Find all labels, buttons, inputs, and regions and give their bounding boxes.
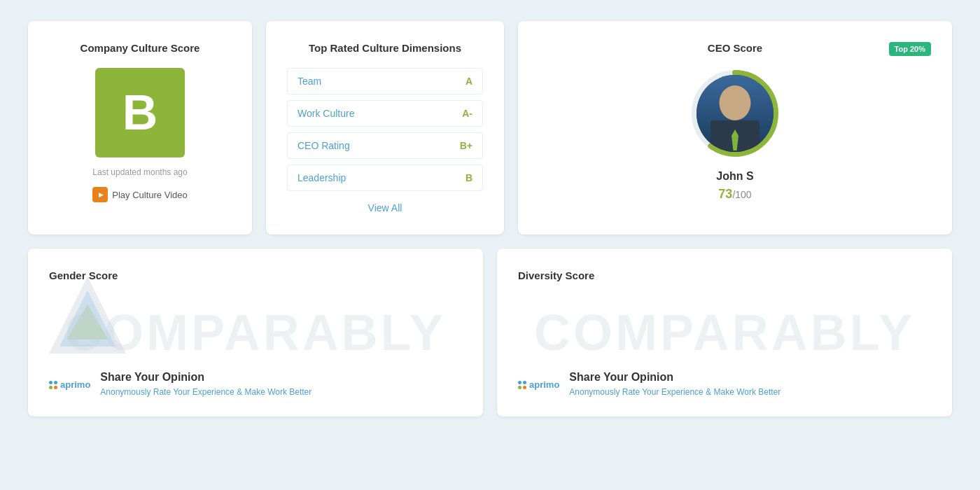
dot-5 (518, 381, 522, 384)
dimension-grade-leadership: B (465, 172, 472, 183)
aprimo-text-gender: aprimo (60, 379, 90, 390)
dot-4 (54, 386, 57, 389)
ceo-silhouette (696, 75, 774, 152)
aprimo-dots-gender (49, 381, 57, 389)
gender-opinion-subtitle: Anonymously Rate Your Experience & Make … (100, 386, 312, 398)
aprimo-logo-diversity: aprimo (518, 379, 559, 390)
play-icon (92, 187, 108, 202)
ceo-avatar (696, 75, 774, 152)
dot-3 (49, 386, 52, 389)
diversity-opinion-subtitle: Anonymously Rate Your Experience & Make … (569, 386, 780, 398)
dot-8 (523, 386, 526, 389)
dimension-row-team[interactable]: Team A (287, 68, 483, 94)
gender-triangles-decoration (42, 270, 133, 360)
aprimo-text-diversity: aprimo (529, 379, 559, 390)
dot-1 (49, 381, 52, 384)
dimension-grade-team: A (465, 76, 472, 87)
culture-score-card: Company Culture Score B Last updated mon… (28, 21, 252, 234)
ceo-head (720, 85, 751, 120)
ceo-name: John S (716, 170, 753, 183)
ceo-score-title: CEO Score (708, 42, 762, 54)
play-video-label: Play Culture Video (112, 190, 187, 200)
play-culture-video-button[interactable]: Play Culture Video (92, 187, 187, 202)
ceo-score-display: 73/100 (718, 187, 751, 202)
dot-7 (518, 386, 522, 389)
ceo-body (710, 120, 760, 152)
culture-score-title: Company Culture Score (80, 42, 200, 54)
ceo-tie (732, 130, 738, 150)
dimension-grade-work-culture: A- (462, 108, 472, 119)
bottom-row: Gender Score COMPARABLY (28, 248, 952, 416)
dimension-row-work-culture[interactable]: Work Culture A- (287, 100, 483, 127)
dimension-row-ceo-rating[interactable]: CEO Rating B+ (287, 132, 483, 159)
diversity-opinion-title: Share Your Opinion (569, 371, 780, 384)
dimension-grade-ceo-rating: B+ (460, 140, 472, 151)
aprimo-dots-diversity (518, 381, 526, 389)
gender-opinion-section[interactable]: aprimo Share Your Opinion Anonymously Ra… (49, 371, 462, 398)
diversity-opinion-section[interactable]: aprimo Share Your Opinion Anonymously Ra… (518, 371, 931, 398)
ceo-score-max: /100 (732, 189, 751, 200)
top-badge: Top 20% (889, 42, 931, 56)
view-all-link[interactable]: View All (287, 202, 483, 214)
culture-dims-title: Top Rated Culture Dimensions (287, 42, 483, 54)
gender-opinion-text: Share Your Opinion Anonymously Rate Your… (100, 371, 312, 398)
top-row: Company Culture Score B Last updated mon… (28, 21, 952, 234)
ceo-score-card: CEO Score Top 20% Jo (518, 21, 952, 234)
last-updated-text: Last updated months ago (92, 167, 187, 177)
dimension-row-leadership[interactable]: Leadership B (287, 164, 483, 191)
diversity-opinion-text: Share Your Opinion Anonymously Rate Your… (569, 371, 780, 398)
aprimo-logo-gender: aprimo (49, 379, 90, 390)
page-container: Company Culture Score B Last updated mon… (0, 0, 980, 438)
grade-box: B (95, 68, 185, 158)
diversity-score-card: Diversity Score COMPARABLY aprim (497, 248, 952, 416)
dimension-label-leadership: Leadership (298, 172, 346, 183)
grade-letter: B (122, 85, 158, 141)
watermark-diversity: COMPARABLY (534, 304, 915, 361)
ceo-score-value: 73 (718, 187, 732, 201)
dimension-label-work-culture: Work Culture (298, 108, 354, 119)
diversity-score-title: Diversity Score (518, 270, 931, 281)
gender-score-card: Gender Score COMPARABLY (28, 248, 483, 416)
dot-2 (54, 381, 57, 384)
gender-opinion-title: Share Your Opinion (100, 371, 312, 384)
dimension-label-ceo-rating: CEO Rating (298, 140, 350, 151)
ceo-avatar-ring (690, 68, 780, 159)
dot-6 (523, 381, 526, 384)
dimension-label-team: Team (298, 76, 321, 87)
culture-dims-card: Top Rated Culture Dimensions Team A Work… (266, 21, 504, 234)
